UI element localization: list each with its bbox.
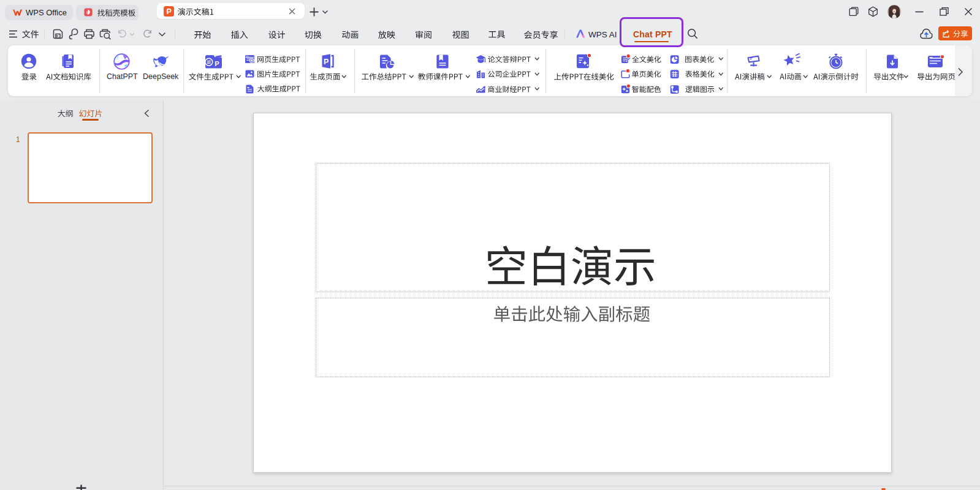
svg-text:P: P: [215, 60, 219, 67]
svg-text:P: P: [167, 7, 172, 16]
svg-text:P: P: [324, 58, 329, 66]
